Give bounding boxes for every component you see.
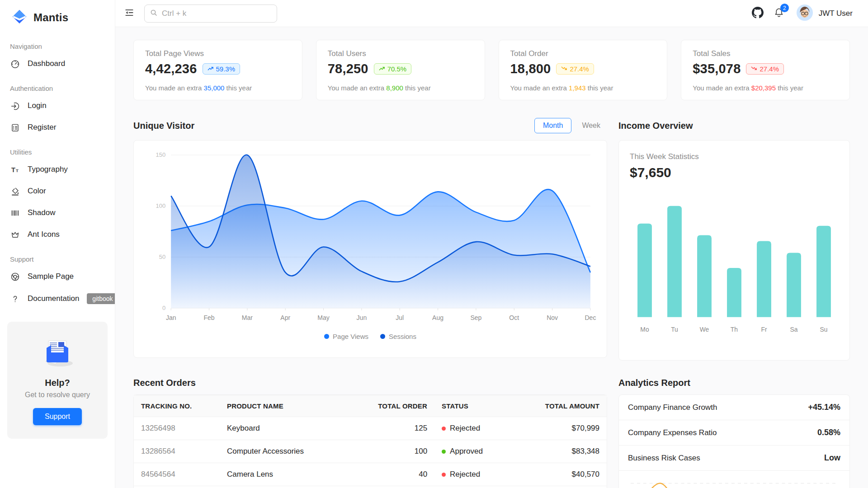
svg-text:Dec: Dec [585, 314, 596, 321]
sidebar-item-ant-icons[interactable]: Ant Icons [0, 224, 115, 245]
user-name: JWT User [819, 9, 853, 18]
search-box [144, 5, 277, 23]
income-subtitle: This Week Statistics [630, 152, 839, 161]
col-product: PRODUCT NAME [220, 395, 346, 417]
notifications-button[interactable]: 2 [771, 5, 787, 22]
sidebar-item-label: Login [28, 101, 47, 110]
sidebar-item-sample-page[interactable]: Sample Page [0, 266, 115, 287]
recent-orders-section: Recent Orders TRACKING NO. PRODUCT NAME … [133, 378, 607, 488]
stat-caption: You made an extra 35,000 this year [145, 84, 291, 92]
user-menu[interactable]: JWT User [792, 2, 857, 25]
analytics-trend-chart[interactable] [619, 471, 849, 488]
search-input[interactable] [162, 9, 271, 18]
crown-icon [10, 230, 20, 239]
svg-text:0: 0 [162, 305, 165, 311]
svg-text:50: 50 [159, 253, 165, 260]
trend-up-icon [379, 65, 385, 73]
status-badge: Rejected [450, 424, 480, 433]
stat-title: Total Users [328, 49, 473, 58]
support-button[interactable]: Support [33, 408, 82, 425]
svg-text:Fr: Fr [761, 326, 767, 333]
trend-down-icon [751, 65, 757, 73]
stat-card-total-order: Total Order 18,800 27.4% You made an ext… [499, 40, 668, 100]
month-button[interactable]: Month [534, 118, 571, 133]
sidebar-item-dashboard[interactable]: Dashboard [0, 53, 115, 75]
sidebar-item-label: Sample Page [28, 272, 74, 281]
help-box-illustration [37, 363, 78, 371]
svg-text:Feb: Feb [203, 314, 214, 321]
unique-visitor-chart[interactable]: 050100150JanFebMarAprMayJunJulAugSepOctN… [133, 140, 607, 358]
search-icon [150, 9, 157, 18]
sidebar-item-login[interactable]: Login [0, 95, 115, 117]
legend-dot-sessions [380, 334, 385, 339]
stat-value: 18,800 [510, 61, 551, 76]
income-bar-chart[interactable]: MoTuWeThFrSaSu [630, 191, 839, 340]
recent-orders-card: TRACKING NO. PRODUCT NAME TOTAL ORDER ST… [133, 394, 607, 488]
sidebar-collapse-button[interactable] [122, 5, 137, 22]
sidebar-item-documentation[interactable]: Documentation gitbook [0, 287, 115, 310]
sidebar-item-color[interactable]: Color [0, 180, 115, 202]
legend-sessions[interactable]: Sessions [380, 333, 416, 340]
period-toggle: Month Week [534, 118, 607, 133]
list-item[interactable]: Business Risk Cases Low [619, 446, 849, 471]
svg-text:T: T [16, 168, 19, 173]
col-tracking: TRACKING NO. [134, 395, 220, 417]
stat-card-total-page-views: Total Page Views 4,42,236 59.3% You made… [133, 40, 302, 100]
income-amount: $7,650 [630, 165, 839, 180]
list-item[interactable]: Company Expenses Ratio 0.58% [619, 420, 849, 446]
trend-up-icon [208, 65, 213, 73]
income-overview-card: This Week Statistics $7,650 MoTuWeThFrSa… [618, 140, 850, 361]
svg-text:Mar: Mar [242, 314, 253, 321]
svg-text:We: We [700, 326, 709, 333]
header: 2 JWT User [115, 0, 868, 27]
svg-text:Th: Th [731, 326, 738, 333]
table-row[interactable]: 13286564 Computer Accessories 100 Approv… [134, 440, 607, 463]
status-badge: Rejected [450, 470, 480, 479]
sidebar-item-label: Typography [28, 165, 68, 174]
table-row[interactable]: 84564564 Camera Lens 40 Rejected $40,570 [134, 463, 607, 486]
brand-logo[interactable]: Mantis [0, 0, 115, 33]
legend-page-views[interactable]: Page Views [324, 333, 368, 340]
svg-text:100: 100 [156, 202, 165, 209]
sidebar-item-shadow[interactable]: Shadow [0, 202, 115, 224]
stat-delta-badge: 70.5% [374, 63, 412, 75]
stat-title: Total Page Views [145, 49, 291, 58]
notification-badge: 2 [780, 4, 789, 12]
stat-value: $35,078 [693, 61, 741, 76]
sidebar-item-typography[interactable]: T T Typography [0, 159, 115, 180]
col-status: STATUS [434, 395, 511, 417]
sidebar: Mantis Navigation Dashboard Authenticati… [0, 0, 115, 488]
github-button[interactable] [749, 4, 766, 23]
svg-text:Su: Su [820, 326, 827, 333]
svg-text:Jun: Jun [357, 314, 367, 321]
sidebar-item-label: Color [28, 187, 46, 196]
stat-card-total-users: Total Users 78,250 70.5% You made an ext… [316, 40, 485, 100]
font-size-icon: T T [10, 164, 20, 174]
list-item[interactable]: Company Finance Growth +45.14% [619, 395, 849, 420]
gitbook-chip: gitbook [87, 293, 115, 304]
stat-caption: You made an extra 8,900 this year [328, 84, 473, 92]
stat-extra-value: 1,943 [569, 84, 586, 92]
stat-extra-value: 35,000 [204, 84, 225, 92]
stat-delta-badge: 27.4% [746, 63, 784, 75]
income-overview-section: Income Overview This Week Statistics $7,… [618, 117, 850, 361]
week-button[interactable]: Week [575, 118, 607, 133]
sidebar-item-label: Dashboard [28, 59, 65, 68]
github-icon [752, 7, 764, 20]
stat-title: Total Sales [693, 49, 838, 58]
help-subtitle: Get to resolve query [14, 391, 101, 399]
status-badge: Approved [450, 447, 483, 456]
table-row[interactable]: 86739658 TV 99 Pending $410,780 [134, 486, 607, 488]
svg-text:150: 150 [156, 151, 165, 158]
col-total-amount: TOTAL AMOUNT [511, 395, 607, 417]
menu-fold-icon [124, 8, 134, 19]
sidebar-item-register[interactable]: Register [0, 117, 115, 138]
svg-text:Jan: Jan [166, 314, 176, 321]
login-icon [10, 101, 20, 111]
table-row[interactable]: 13256498 Keyboard 125 Rejected $70,999 [134, 417, 607, 440]
chrome-icon [10, 272, 20, 282]
mantis-logo-icon [12, 9, 27, 26]
stat-card-total-sales: Total Sales $35,078 27.4% You made an ex… [681, 40, 850, 100]
nav-group-authentication: Authentication [0, 75, 115, 95]
barcode-icon [10, 208, 20, 218]
